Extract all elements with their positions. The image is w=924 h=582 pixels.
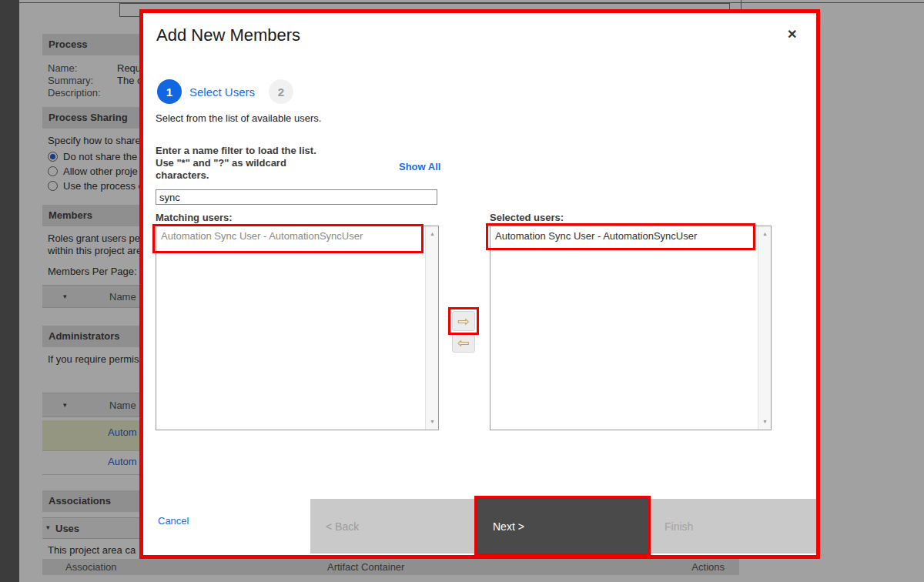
selected-users-listbox[interactable]: Automation Sync User - AutomationSyncUse… xyxy=(490,226,772,430)
close-icon[interactable]: ✕ xyxy=(787,27,797,42)
filter-instruction-line: Use "*" and "?" as wildcard xyxy=(156,157,316,169)
step-2-indicator: 2 xyxy=(269,79,293,104)
show-all-link[interactable]: Show All xyxy=(399,161,440,172)
filter-instruction-line: characters. xyxy=(156,169,316,182)
finish-button[interactable]: Finish xyxy=(649,499,816,554)
dialog-subtitle: Select from the list of available users. xyxy=(156,112,321,124)
arrow-right-icon: ⇨ xyxy=(457,314,470,329)
step-1-indicator: 1 xyxy=(157,79,182,104)
filter-instructions: Enter a name filter to load the list. Us… xyxy=(156,145,316,182)
back-button[interactable]: < Back xyxy=(310,499,477,554)
add-new-members-dialog: Add New Members ✕ 1 Select Users 2 Selec… xyxy=(139,9,820,559)
arrow-left-icon: ⇦ xyxy=(457,336,470,350)
move-right-button[interactable]: ⇨ xyxy=(452,311,475,331)
matching-users-listbox[interactable]: Automation Sync User - AutomationSyncUse… xyxy=(156,226,439,430)
filter-instruction-line: Enter a name filter to load the list. xyxy=(156,145,316,157)
move-left-button[interactable]: ⇦ xyxy=(452,333,475,353)
matching-scrollbar[interactable]: ▲ ▼ xyxy=(425,226,438,430)
scroll-up-icon[interactable]: ▲ xyxy=(758,228,772,240)
selected-users-label: Selected users: xyxy=(490,212,564,223)
matching-user-item[interactable]: Automation Sync User - AutomationSyncUse… xyxy=(156,226,424,246)
dialog-title: Add New Members xyxy=(156,25,300,45)
selected-scrollbar[interactable]: ▲ ▼ xyxy=(758,226,771,430)
name-filter-input[interactable] xyxy=(156,189,437,205)
scroll-up-icon[interactable]: ▲ xyxy=(426,228,439,240)
scroll-down-icon[interactable]: ▼ xyxy=(758,416,772,428)
selected-user-item[interactable]: Automation Sync User - AutomationSyncUse… xyxy=(490,226,757,246)
matching-users-label: Matching users: xyxy=(156,212,233,223)
next-button[interactable]: Next > xyxy=(477,499,648,554)
cancel-link[interactable]: Cancel xyxy=(158,515,189,527)
step-1-label: Select Users xyxy=(189,85,255,99)
scroll-down-icon[interactable]: ▼ xyxy=(426,416,439,428)
